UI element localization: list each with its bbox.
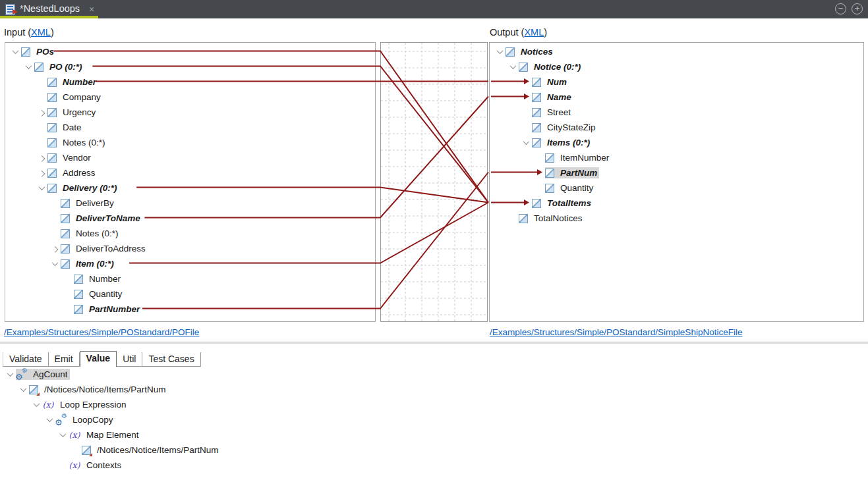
input-node-11[interactable]: DeliverToName	[5, 211, 375, 226]
pane-splitter-highlight	[0, 343, 868, 344]
element-icon	[506, 47, 515, 57]
input-node-5[interactable]: Date	[5, 120, 375, 135]
value-node-0[interactable]: ⚙⚙AgCount	[0, 367, 868, 382]
output-node-10[interactable]: TotalItems	[490, 196, 863, 211]
element-icon	[74, 290, 83, 299]
gears-icon: ⚙⚙	[55, 415, 67, 425]
mapping-canvas[interactable]	[380, 42, 488, 322]
input-node-label: Company	[61, 92, 103, 103]
chevron-down-icon[interactable]	[17, 382, 29, 397]
tab-emit[interactable]: Emit	[49, 352, 80, 366]
output-xml-link[interactable]: XML	[524, 27, 544, 38]
output-tree-panel: NoticesNotice (0:*)NumNameStreetCityStat…	[489, 42, 864, 322]
chevron-right-icon[interactable]	[36, 150, 47, 165]
value-node-label: Loop Expression	[58, 399, 129, 410]
input-node-12[interactable]: Notes (0:*)	[5, 226, 375, 241]
output-node-label: Street	[545, 107, 573, 118]
input-node-1[interactable]: PO (0:*)	[5, 59, 375, 74]
input-node-14[interactable]: Item (0:*)	[5, 256, 375, 271]
chevron-down-icon[interactable]	[494, 44, 506, 59]
input-node-16[interactable]: Quantity	[5, 286, 375, 302]
input-node-3[interactable]: Company	[5, 90, 375, 105]
element-icon	[47, 93, 57, 102]
chevron-right-icon[interactable]	[36, 165, 47, 180]
input-node-7[interactable]: Vendor	[5, 150, 375, 165]
chevron-down-icon[interactable]	[36, 180, 47, 196]
input-node-9[interactable]: Delivery (0:*)	[5, 180, 375, 196]
chevron-right-icon[interactable]	[36, 105, 47, 120]
output-node-2[interactable]: Num	[490, 74, 863, 90]
value-node-6[interactable]: (x)Contexts	[0, 458, 868, 473]
tab-value[interactable]: Value	[80, 351, 117, 367]
chevron-spacer	[36, 135, 47, 150]
tab-validate[interactable]: Validate	[3, 352, 49, 366]
output-node-label: Quantity	[558, 182, 595, 194]
output-node-3[interactable]: Name	[490, 90, 863, 105]
input-node-10[interactable]: DeliverBy	[5, 196, 375, 211]
input-node-2[interactable]: Number	[5, 74, 375, 90]
output-file-link[interactable]: /Examples/Structures/Simple/POStandard/S…	[490, 327, 742, 337]
value-node-5[interactable]: /Notices/Notice/Items/PartNum	[0, 442, 868, 458]
output-node-1[interactable]: Notice (0:*)	[490, 59, 863, 74]
element-icon	[47, 123, 57, 132]
chevron-down-icon[interactable]	[30, 397, 42, 412]
input-node-label: Delivery (0:*)	[61, 182, 119, 194]
close-icon[interactable]: ×	[89, 4, 94, 14]
output-node-label: PartNum	[558, 167, 599, 178]
input-node-8[interactable]: Address	[5, 165, 375, 180]
chevron-spacer	[49, 196, 61, 211]
chevron-down-icon[interactable]	[4, 367, 16, 382]
output-node-6[interactable]: Items (0:*)	[490, 135, 863, 150]
element-icon	[61, 199, 70, 208]
value-node-2[interactable]: (x)Loop Expression	[0, 397, 868, 412]
output-node-8[interactable]: PartNum	[490, 165, 863, 180]
chevron-down-icon[interactable]	[507, 59, 519, 74]
element-icon	[532, 78, 541, 87]
output-node-5[interactable]: CityStateZip	[490, 120, 863, 135]
mapper-window: *NestedLoops × − + Input (XML) Output (X…	[0, 0, 868, 480]
input-tree-panel: POsPO (0:*)NumberCompanyUrgencyDateNotes…	[5, 42, 376, 322]
value-node-4[interactable]: (x)Map Element	[0, 427, 868, 442]
value-tree: ⚙⚙AgCount/Notices/Notice/Items/PartNum(x…	[0, 367, 868, 473]
input-node-6[interactable]: Notes (0:*)	[5, 135, 375, 150]
chevron-down-icon[interactable]	[57, 427, 69, 442]
output-node-4[interactable]: Street	[490, 105, 863, 120]
chevron-down-icon[interactable]	[520, 135, 532, 150]
output-node-11[interactable]: TotalNotices	[490, 211, 863, 226]
chevron-down-icon[interactable]	[43, 412, 55, 427]
element-icon	[74, 305, 83, 314]
chevron-right-icon[interactable]	[49, 241, 61, 256]
tab-util[interactable]: Util	[117, 352, 142, 366]
document-tab-title: *NestedLoops	[20, 3, 80, 14]
input-xml-link[interactable]: XML	[31, 27, 51, 38]
output-node-label: ItemNumber	[558, 152, 611, 163]
element-icon	[47, 108, 57, 117]
output-node-9[interactable]: Quantity	[490, 180, 863, 196]
input-node-4[interactable]: Urgency	[5, 105, 375, 120]
value-node-1[interactable]: /Notices/Notice/Items/PartNum	[0, 382, 868, 397]
value-node-3[interactable]: ⚙⚙LoopCopy	[0, 412, 868, 427]
chevron-spacer	[520, 74, 532, 90]
chevron-down-icon[interactable]	[49, 256, 61, 271]
chevron-spacer	[36, 90, 47, 105]
tab-test-cases[interactable]: Test Cases	[142, 352, 200, 366]
output-node-label: Num	[545, 76, 569, 88]
input-node-17[interactable]: PartNumber	[5, 302, 375, 317]
chevron-spacer	[62, 286, 74, 302]
collapse-all-button[interactable]: −	[835, 3, 846, 14]
chevron-down-icon[interactable]	[9, 44, 21, 59]
chevron-down-icon[interactable]	[22, 59, 34, 74]
input-node-label: DeliverBy	[74, 198, 116, 209]
input-node-label: PO (0:*)	[47, 61, 84, 72]
input-file-link[interactable]: /Examples/Structures/Simple/POStandard/P…	[4, 327, 199, 337]
element-ref-icon	[82, 446, 91, 455]
expand-all-button[interactable]: +	[852, 3, 863, 14]
output-node-0[interactable]: Notices	[490, 44, 863, 59]
pane-splitter[interactable]	[0, 342, 868, 342]
input-node-15[interactable]: Number	[5, 271, 375, 286]
fx-icon: (x)	[69, 460, 80, 470]
input-node-0[interactable]: POs	[5, 44, 375, 59]
input-node-13[interactable]: DeliverToAddress	[5, 241, 375, 256]
output-node-7[interactable]: ItemNumber	[490, 150, 863, 165]
chevron-spacer	[520, 196, 532, 211]
